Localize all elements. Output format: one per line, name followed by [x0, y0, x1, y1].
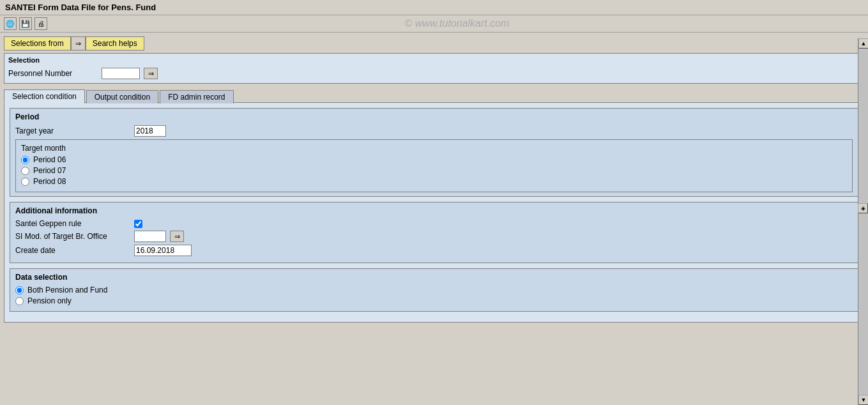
- title-bar: SANTEI Form Data File for Pens. Fund: [0, 0, 868, 15]
- tab-output-condition[interactable]: Output condition: [86, 90, 158, 103]
- target-year-row: Target year: [15, 125, 853, 137]
- pension-only-label: Pension only: [27, 296, 72, 305]
- period06-label: Period 06: [33, 155, 66, 164]
- create-date-row: Create date: [15, 245, 853, 256]
- scroll-track: [858, 49, 868, 395]
- period07-radio[interactable]: [21, 167, 29, 175]
- search-helps-button[interactable]: Search helps: [86, 36, 144, 50]
- additional-info-section: Additional information Santei Geppen rul…: [10, 202, 858, 263]
- period07-label: Period 07: [33, 166, 66, 175]
- personnel-number-row: Personnel Number ⇒: [8, 66, 860, 80]
- save-icon[interactable]: 💾: [19, 17, 32, 30]
- pension-only-row: Pension only: [15, 296, 853, 305]
- tab-fd-admin-record[interactable]: FD admin record: [160, 90, 233, 103]
- selections-bar: Selections from ⇒ Search helps: [4, 36, 864, 50]
- page-title: SANTEI Form Data File for Pens. Fund: [5, 3, 156, 12]
- si-mod-arrow-icon[interactable]: ⇒: [170, 231, 184, 242]
- toolbar: 🌐 💾 🖨 © www.tutorialkart.com: [0, 15, 868, 33]
- selections-arrow-icon[interactable]: ⇒: [71, 36, 86, 50]
- target-year-label: Target year: [15, 126, 130, 135]
- additional-info-title: Additional information: [15, 206, 853, 215]
- tab-selection-condition[interactable]: Selection condition: [4, 89, 85, 103]
- personnel-number-label: Personnel Number: [8, 69, 98, 78]
- si-mod-input[interactable]: [134, 231, 166, 242]
- print-icon[interactable]: 🖨: [34, 17, 47, 30]
- personnel-number-arrow-icon[interactable]: ⇒: [144, 68, 158, 79]
- scroll-down-button[interactable]: ▼: [858, 395, 868, 405]
- target-month-title: Target month: [21, 144, 847, 153]
- personnel-number-input[interactable]: [102, 68, 140, 79]
- scroll-up-button[interactable]: ▲: [858, 38, 868, 49]
- selection-section: Selection Personnel Number ⇒: [4, 53, 864, 84]
- period08-radio[interactable]: [21, 178, 29, 186]
- selection-section-title: Selection: [8, 56, 860, 64]
- both-pension-fund-radio[interactable]: [15, 286, 24, 294]
- data-selection-section: Data selection Both Pension and Fund Pen…: [10, 268, 858, 312]
- watermark: © www.tutorialkart.com: [50, 18, 864, 29]
- tabs-row: Selection condition Output condition FD …: [4, 89, 864, 103]
- tab-content: Period Target year Target month Period 0…: [4, 102, 864, 323]
- santei-geppen-checkbox[interactable]: [134, 220, 142, 228]
- create-date-label: Create date: [15, 246, 130, 255]
- scrollbar: ▲ ▼: [858, 38, 868, 405]
- globe-icon[interactable]: 🌐: [4, 17, 17, 30]
- target-month-box: Target month Period 06 Period 07 Period …: [15, 139, 853, 192]
- period08-row: Period 08: [21, 177, 847, 186]
- selections-from-button[interactable]: Selections from: [4, 36, 71, 50]
- period08-label: Period 08: [33, 177, 66, 186]
- period06-radio[interactable]: [21, 156, 29, 164]
- create-date-input[interactable]: [134, 245, 192, 256]
- main-content: Selections from ⇒ Search helps Selection…: [0, 33, 868, 399]
- period06-row: Period 06: [21, 155, 847, 164]
- target-year-input[interactable]: [134, 125, 166, 137]
- si-mod-label: SI Mod. of Target Br. Office: [15, 232, 130, 241]
- period07-row: Period 07: [21, 166, 847, 175]
- santei-geppen-label: Santei Geppen rule: [15, 219, 130, 228]
- both-pension-fund-row: Both Pension and Fund: [15, 286, 853, 294]
- santei-geppen-row: Santei Geppen rule: [15, 219, 853, 228]
- resize-handle[interactable]: ◈: [858, 203, 868, 213]
- period-title: Period: [15, 112, 853, 121]
- pension-only-radio[interactable]: [15, 297, 24, 305]
- si-mod-row: SI Mod. of Target Br. Office ⇒: [15, 231, 853, 242]
- data-selection-title: Data selection: [15, 273, 853, 282]
- both-pension-fund-label: Both Pension and Fund: [27, 286, 107, 294]
- period-section: Period Target year Target month Period 0…: [10, 108, 858, 197]
